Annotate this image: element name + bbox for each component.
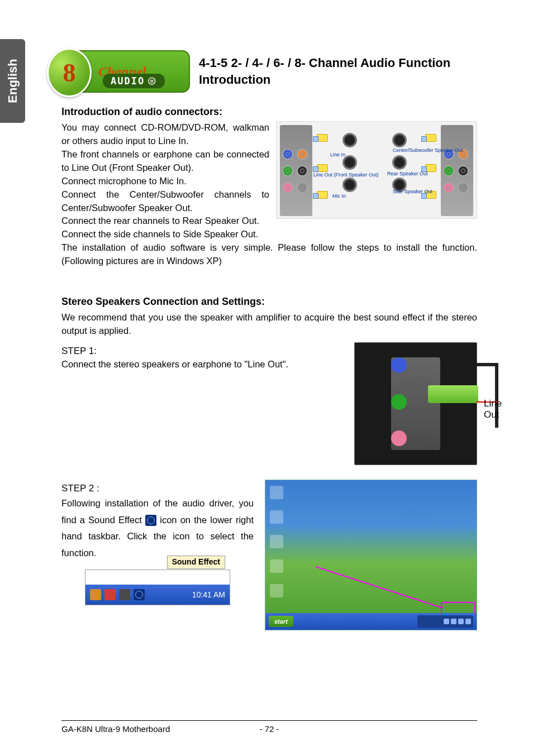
speaker-icon: ⦾	[148, 75, 157, 87]
step2-label: STEP 2 :	[61, 483, 254, 494]
jack-icon	[297, 182, 308, 193]
intro-line-6: Connect the side channels to Side Speake…	[61, 228, 269, 241]
header: 8 Channel AUDIO ⦾ 4-1-5 2- / 4- / 6- / 8…	[61, 50, 477, 93]
jack-icon	[443, 165, 454, 176]
desktop-icons	[270, 486, 283, 597]
logo-digit-eight: 8	[47, 48, 92, 97]
jack-icon	[458, 165, 469, 176]
lineout-label: Line Out	[484, 398, 502, 420]
green-plug-icon	[428, 385, 478, 403]
diagram-right-panel	[441, 125, 473, 216]
label-rear-out: Rear Speaker Out	[387, 171, 426, 176]
tray-icon[interactable]	[458, 619, 464, 624]
intro-line-5: Connect the rear channels to Rear Speake…	[61, 214, 269, 228]
jack-icon	[297, 165, 308, 176]
step1-text-col: STEP 1: Connect the stereo speakers or e…	[61, 342, 343, 371]
system-tray	[417, 615, 473, 628]
intro-row: You may connect CD-ROM/DVD-ROM, walkman …	[61, 121, 477, 241]
intro-line-1: You may connect CD-ROM/DVD-ROM, walkman …	[61, 121, 269, 148]
tray-icon[interactable]	[104, 589, 116, 600]
audio-connector-diagram: Line In Line Out (Front Speaker Out) Mic…	[276, 121, 477, 219]
tray-icon[interactable]	[119, 589, 130, 600]
callout-line	[315, 566, 443, 609]
label-line-in: Line In	[330, 152, 345, 157]
jack-icon	[282, 165, 293, 176]
intro-tail: The installation of audio software is ve…	[61, 241, 477, 268]
desktop-icon[interactable]	[270, 584, 283, 597]
rear-panel-photo	[354, 342, 477, 465]
intro-line-2: The front channels or earphone can be co…	[61, 148, 269, 175]
tray-icon[interactable]	[90, 589, 101, 600]
footer-model: GA-K8N Ultra-9 Motherboard	[61, 724, 170, 734]
start-button[interactable]: start	[269, 616, 293, 627]
step1-text: Connect the stereo speakers or earphone …	[61, 358, 343, 371]
center-jack-icon	[342, 178, 357, 192]
label-mic-in: Mic In	[332, 193, 346, 199]
tray-icon[interactable]	[444, 619, 449, 624]
tray-time: 10:41 AM	[192, 590, 225, 599]
step2-text-col: STEP 2 : Following installation of the a…	[61, 480, 254, 605]
logo-audio-label: AUDIO	[111, 75, 145, 87]
page-footer: GA-K8N Ultra-9 Motherboard - 72 -	[61, 720, 477, 734]
footer-page-number: - 72 -	[259, 724, 279, 734]
desktop-icon[interactable]	[270, 510, 283, 524]
intro-heading: Introduction of audio connectors:	[61, 106, 477, 118]
step2-row: STEP 2 : Following installation of the a…	[61, 480, 477, 630]
stereo-heading: Stereo Speakers Connection and Settings:	[61, 296, 477, 308]
plug-icon	[317, 134, 328, 143]
system-tray-bar: 10:41 AM	[85, 585, 230, 605]
jack-green-icon	[391, 394, 407, 410]
sound-effect-tray-icon[interactable]	[134, 589, 145, 600]
step1-photo-wrap: Line Out	[354, 342, 477, 465]
taskbar-tooltip-figure: Sound Effect 10:41 AM	[85, 570, 230, 605]
label-line-out: Line Out (Front Speaker Out)	[313, 172, 347, 178]
logo-audio-text: AUDIO ⦾	[103, 74, 165, 88]
step2-text: Following installation of the audio driv…	[61, 495, 254, 562]
step1-row: STEP 1: Connect the stereo speakers or e…	[61, 342, 477, 465]
tray-highlight-box	[441, 602, 475, 614]
jack-icon	[297, 149, 308, 160]
section-title: 4-1-5 2- / 4- / 6- / 8- Channel Audio Fu…	[199, 55, 477, 88]
diagram-center-right	[392, 133, 407, 192]
intro-line-4: Connect the Center/Subwoofer channels to…	[61, 188, 269, 215]
jack-icon	[443, 182, 454, 193]
center-jack-icon	[392, 155, 407, 170]
section-title-block: 4-1-5 2- / 4- / 6- / 8- Channel Audio Fu…	[199, 55, 477, 88]
label-center-sub: Center/Subwoofer Speaker Out	[393, 147, 426, 153]
stereo-intro: We recommend that you use the speaker wi…	[61, 311, 477, 338]
center-jack-icon	[392, 133, 407, 147]
tooltip-label: Sound Effect	[167, 556, 225, 569]
center-jack-icon	[342, 133, 357, 147]
label-side-out: Side Speaker Out	[393, 189, 426, 194]
desktop-icon[interactable]	[270, 486, 283, 499]
intro-text-col: You may connect CD-ROM/DVD-ROM, walkman …	[61, 121, 269, 241]
intro-line-3: Connect microphone to Mic In.	[61, 175, 269, 188]
tray-icon[interactable]	[451, 619, 456, 624]
plug-icon	[317, 191, 328, 200]
desktop-icon[interactable]	[270, 559, 283, 573]
channel-audio-logo: 8 Channel AUDIO ⦾	[61, 50, 190, 93]
tray-icon[interactable]	[465, 619, 471, 624]
sound-effect-icon	[145, 515, 156, 526]
desktop-icon[interactable]	[270, 535, 283, 548]
diagram-center-left	[342, 133, 357, 192]
jack-icon	[282, 149, 293, 160]
windows-taskbar: start	[265, 613, 477, 630]
diagram-left-panel	[280, 125, 312, 216]
page-content: 8 Channel AUDIO ⦾ 4-1-5 2- / 4- / 6- / 8…	[0, 0, 533, 756]
step1-label: STEP 1:	[61, 346, 343, 357]
jack-icon	[282, 182, 293, 193]
windows-desktop-screenshot: start	[265, 480, 477, 630]
jack-icon	[458, 182, 469, 193]
plug-icon	[425, 134, 436, 143]
